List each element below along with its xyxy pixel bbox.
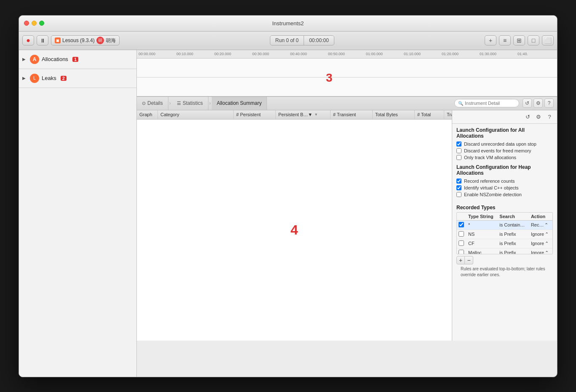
rp-refresh-button[interactable]: ↺ [523,112,532,121]
track-row-leaks[interactable]: ▶ L Leaks 2 [19,69,136,88]
th-persistent-b[interactable]: Persistent B…▼ ▼ [276,110,331,119]
help-button[interactable]: ? [544,99,554,108]
ruler-mark-3: 00:30.000 [252,52,290,56]
rp-settings-button[interactable]: ⚙ [534,112,543,121]
view-list-button[interactable]: ≡ [499,35,511,45]
run-label: Run 0 of 0 [270,36,304,45]
table-area: Graph Category # Persistent Persistent B… [137,110,452,341]
right-panel-header: ↺ ⚙ ? [452,110,557,124]
rt-remove-button[interactable]: − [465,256,473,264]
checkbox-identify-virtual-input[interactable] [456,185,461,190]
track-row-allocations[interactable]: ▶ A Allocations 1 [19,50,136,69]
rt-checkbox-1[interactable] [459,231,464,237]
checkbox-only-vm-input[interactable] [456,155,461,160]
allocations-timeline[interactable] [137,59,557,77]
device-selector[interactable]: ▣ Lesous (9.3.4) 胡 胡海 [51,35,120,45]
recorded-types-table: Type String Search Action * [457,213,552,254]
checkbox-record-refs[interactable]: Record reference counts [452,178,557,184]
run-info: Run 0 of 0 00:00:00 [270,35,334,45]
recorded-type-row-2[interactable]: CF is Prefix Ignore ⌃ [457,239,552,248]
rt-note: Rules are evaluated top-to-bottom; later… [456,264,553,280]
launch-config-heap-title: Launch Configuration for Heap Allocation… [452,161,557,178]
checkbox-record-refs-label: Record reference counts [464,179,515,184]
checkbox-identify-virtual-label: Identify virtual C++ objects [464,185,519,190]
th-persistent[interactable]: # Persistent [234,110,276,119]
pause-button[interactable]: ⏸ [37,35,48,45]
checkbox-nszombie-input[interactable] [456,192,461,197]
recorded-types-scroll[interactable]: Type String Search Action * [456,212,553,254]
allocations-label: Allocations [42,56,68,62]
rt-checkbox-0[interactable] [459,222,464,227]
th-action[interactable]: Action [529,213,552,221]
th-search[interactable]: Search [498,213,529,221]
checkbox-discard-unrecorded-input[interactable] [456,141,461,147]
leaks-timeline[interactable] [137,77,557,96]
checkbox-only-vm[interactable]: Only track VM allocations [452,154,557,161]
recorded-type-row-1[interactable]: NS is Prefix Ignore ⌃ [457,229,552,239]
checkbox-discard-freed[interactable]: Discard events for freed memory [452,147,557,154]
rt-search-0: is Contain… [498,220,529,229]
rt-search-3: is Prefix [498,248,529,254]
refresh-button[interactable]: ↺ [523,99,532,108]
ruler-mark-2: 00:20.000 [214,52,252,56]
main-content: ▶ A Allocations 1 ▶ L Leaks 2 00:00.000 … [19,50,557,377]
rt-action-0[interactable]: Rec… ⌃ [529,220,552,229]
view-split1-button[interactable]: □ [528,35,539,45]
rt-checkbox-2[interactable] [459,240,464,246]
device-icon: ▣ [55,37,61,43]
th-total-bytes[interactable]: Total Bytes [373,110,415,119]
ruler-mark-0: 00:00.000 [139,52,176,56]
tab-details-label: Details [147,100,163,106]
th-type-check [457,213,467,221]
rt-action-3[interactable]: Ignore ⌃ [529,248,552,254]
th-graph[interactable]: Graph [137,110,158,119]
statistics-icon: ☰ [177,101,181,106]
th-type-string[interactable]: Type String [467,213,498,221]
leaks-number: 2 [61,76,67,81]
expand-arrow-allocations: ▶ [22,57,27,61]
th-transient[interactable]: # Transient [331,110,373,119]
view-grid-button[interactable]: ⊞ [513,35,525,45]
rt-add-button[interactable]: + [456,256,465,264]
search-input[interactable] [465,101,515,106]
settings-button[interactable]: ⚙ [533,99,543,108]
recorded-type-row-3[interactable]: Malloc is Prefix Ignore ⌃ [457,248,552,254]
record-button[interactable]: ● [22,35,34,45]
ruler-mark-10: 01:40. [517,52,555,56]
th-transient-total[interactable]: Transient/Total Bytes [444,110,452,119]
checkbox-identify-virtual[interactable]: Identify virtual C++ objects [452,184,557,191]
sort-indicator: ▼ [314,112,318,117]
th-total[interactable]: # Total [415,110,444,119]
table-body[interactable]: 4 [137,120,452,341]
tab-statistics[interactable]: ☰ Statistics [172,97,208,110]
tab-details[interactable]: ⊙ Details [137,97,168,110]
checkbox-nszombie-label: Enable NSZombie detection [464,192,522,197]
rt-action-2[interactable]: Ignore ⌃ [529,239,552,248]
rt-action-1[interactable]: Ignore ⌃ [529,229,552,239]
maximize-button[interactable] [39,21,44,26]
device-name: Lesous (9.3.4) [62,37,95,43]
rt-type-2: CF [467,239,498,248]
recorded-types-title: Recorded Types [456,201,553,212]
recorded-type-row-0[interactable]: * is Contain… Rec… ⌃ [457,220,552,229]
ruler-mark-6: 01:00.000 [366,52,404,56]
rt-checkbox-3[interactable] [459,250,464,254]
ruler-mark-4: 00:40.000 [290,52,328,56]
add-instrument-button[interactable]: + [485,35,496,45]
checkbox-discard-unrecorded[interactable]: Discard unrecorded data upon stop [452,141,557,147]
allocations-number: 1 [72,57,78,62]
ruler-mark-7: 01:10.000 [404,52,442,56]
close-button[interactable] [24,21,29,26]
checkbox-record-refs-input[interactable] [456,179,461,184]
view-split2-button[interactable]: ⬜ [542,35,554,45]
minimize-button[interactable] [32,21,37,26]
window-title: Instruments2 [272,20,304,27]
tab-allocation-summary[interactable]: Allocation Summary [212,97,267,110]
main-window: Instruments2 ● ⏸ ▣ Lesous (9.3.4) 胡 胡海 R… [19,15,557,377]
th-category[interactable]: Category [158,110,234,119]
instrument-detail-search[interactable]: 🔍 [454,99,519,107]
rp-help-button[interactable]: ? [545,112,554,121]
checkbox-nszombie[interactable]: Enable NSZombie detection [452,191,557,198]
checkbox-discard-freed-input[interactable] [456,148,461,153]
leaks-icon: L [30,74,39,83]
